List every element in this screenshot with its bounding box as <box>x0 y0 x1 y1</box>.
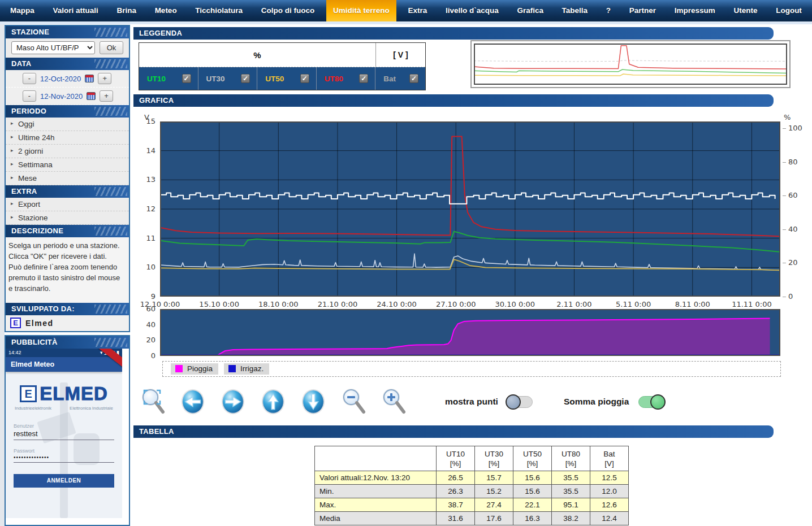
y-left-tick: 15 <box>146 117 156 125</box>
advert-panel: PUBBLICITÀ 14:42 ▾ ◢ 89 ▮ Elmed Meteo E … <box>5 335 130 526</box>
zoom-in-button[interactable] <box>380 387 407 416</box>
y-left-tick: 11 <box>146 234 156 242</box>
legend-checkbox-ut10[interactable]: ✓ <box>182 74 191 83</box>
legend-checkbox-ut30[interactable]: ✓ <box>241 74 250 83</box>
pan-down-button[interactable] <box>300 387 327 416</box>
rain-legend-label: Irrigaz. <box>240 364 264 373</box>
periodo-item-oggi[interactable]: Oggi <box>6 118 129 131</box>
nav-item--[interactable]: ? <box>599 0 617 21</box>
rain-legend-chip-pioggia[interactable]: Pioggia <box>171 363 218 375</box>
nav-item-grafica[interactable]: Grafica <box>510 0 550 21</box>
nav-item-meteo[interactable]: Meteo <box>148 0 184 21</box>
table-row-label: Min. <box>315 485 437 498</box>
x-axis-tick: 15.10 0:00 <box>199 300 239 308</box>
right-axis-unit: % <box>784 113 791 121</box>
table-cell: 27.4 <box>475 498 513 512</box>
pan-up-button[interactable] <box>260 387 287 416</box>
pan-right-button[interactable] <box>219 387 247 416</box>
table-cell: 35.5 <box>552 471 590 485</box>
overview-mini-chart[interactable] <box>470 40 791 88</box>
y-left-tick: 9 <box>151 292 156 301</box>
pan-left-button[interactable] <box>179 387 206 416</box>
nav-item-umidit-terreno[interactable]: Umidità terreno <box>326 0 396 21</box>
calendar-icon[interactable] <box>87 92 96 100</box>
date-plus-button[interactable]: + <box>100 90 113 102</box>
table-cell: 12.0 <box>590 485 629 498</box>
extra-item-stazione[interactable]: Stazione <box>6 211 129 225</box>
rain-legend-chip-irrigaz[interactable]: Irrigaz. <box>224 363 269 375</box>
date-row: -12-Nov-2020+ <box>6 88 129 105</box>
table-cell: 12.5 <box>590 471 629 485</box>
nav-item-logout[interactable]: Logout <box>769 0 809 21</box>
nav-item-utente[interactable]: Utente <box>727 0 764 21</box>
date-minus-button[interactable]: - <box>23 90 36 102</box>
legend-label-ut80: UT80 <box>325 75 343 83</box>
date-minus-button[interactable]: - <box>23 73 36 84</box>
somma-pioggia-toggle[interactable] <box>638 396 664 408</box>
periodo-item-settimana[interactable]: Settimana <box>6 158 129 172</box>
periodo-header: PERIODO <box>6 105 129 118</box>
legend-volt-unit: [ V ] <box>376 43 425 67</box>
nav-item-colpo-di-fuoco[interactable]: Colpo di fuoco <box>254 0 321 21</box>
extra-item-export[interactable]: Export <box>6 198 129 211</box>
nav-item-partner[interactable]: Partner <box>623 0 663 21</box>
zoom-out-button[interactable] <box>340 387 367 416</box>
nav-item-extra[interactable]: Extra <box>401 0 434 21</box>
table-cell: 31.6 <box>437 512 475 525</box>
mostra-punti-label: mostra punti <box>445 397 498 407</box>
main-chart-plot[interactable] <box>160 121 780 297</box>
date-value: 12-Oct-2020 <box>40 75 81 83</box>
legend-cell-ut50: UT50✓ <box>257 67 317 90</box>
x-axis-tick: 8.11 0:00 <box>675 300 710 308</box>
password-field[interactable]: •••••••••••••• <box>14 454 114 463</box>
sidebar: STAZIONE Maso Alto UT/BF/P Ok DATA -12-O… <box>5 25 130 332</box>
nav-item-livello-d-acqua[interactable]: livello d`acqua <box>439 0 506 21</box>
y-right-tickmark <box>783 263 786 263</box>
nav-item-impressum[interactable]: Impressum <box>668 0 722 21</box>
calendar-icon[interactable] <box>85 75 94 82</box>
mostra-punti-toggle[interactable] <box>507 396 533 408</box>
legend-checkbox-ut80[interactable]: ✓ <box>359 74 368 83</box>
rain-y-tick: 20 <box>146 336 156 344</box>
nav-item-valori-attuali[interactable]: Valori attuali <box>46 0 105 21</box>
chart-controls: mostra puntiSomma pioggia <box>139 382 664 421</box>
y-left-tick: 13 <box>146 175 156 184</box>
date-value: 12-Nov-2020 <box>40 92 83 101</box>
y-right-tick: 20 <box>788 258 798 267</box>
x-axis-tick: 5.11 0:00 <box>616 300 651 308</box>
zoom-area-button[interactable] <box>139 387 166 416</box>
developer-row[interactable]: E Elmed <box>6 315 129 331</box>
legend-checkbox-ut50[interactable]: ✓ <box>300 74 309 83</box>
anmelden-button[interactable]: ANMELDEN <box>14 474 114 488</box>
phone-time: 14:42 <box>8 349 21 357</box>
somma-pioggia-label: Somma pioggia <box>564 397 629 407</box>
table-header-ut30: UT30[%] <box>475 446 513 471</box>
table-row-label: Valori attuali:12.Nov. 13:20 <box>315 471 437 485</box>
nav-item-mappa[interactable]: Mappa <box>3 0 41 21</box>
nav-divider <box>0 21 812 24</box>
ok-button[interactable]: Ok <box>100 41 123 54</box>
legend-checkbox-bat[interactable]: ✓ <box>409 74 418 83</box>
table-header-ut10: UT10[%] <box>437 446 475 471</box>
periodo-item-mese[interactable]: Mese <box>6 172 129 185</box>
nav-item-tabella[interactable]: Tabella <box>555 0 595 21</box>
periodo-item-ultime-24h[interactable]: Ultime 24h <box>6 131 129 145</box>
stazione-header: STAZIONE <box>6 26 129 38</box>
legend-cell-ut80: UT80✓ <box>317 67 376 90</box>
table-header-row: UT10[%]UT30[%]UT50[%]UT80[%]Bat[V] <box>315 446 629 471</box>
legend-label-ut50: UT50 <box>265 75 284 83</box>
station-select[interactable]: Maso Alto UT/BF/P <box>11 41 95 54</box>
periodo-item-2-giorni[interactable]: 2 giorni <box>6 145 129 158</box>
nav-item-brina[interactable]: Brina <box>110 0 143 21</box>
user-field[interactable]: resttest <box>14 429 114 440</box>
y-right-tickmark <box>783 162 786 163</box>
rain-y-tick: 40 <box>146 320 156 329</box>
nav-item-ticchiolatura[interactable]: Ticchiolatura <box>188 0 249 21</box>
legend-cell-ut30: UT30✓ <box>198 67 258 90</box>
rain-chart-legend: PioggiaIrrigaz. <box>162 361 781 377</box>
date-plus-button[interactable]: + <box>98 73 111 84</box>
table-cell: 22.1 <box>513 498 552 512</box>
periodo-list: OggiUltime 24h2 giorniSettimanaMese <box>6 118 129 185</box>
rain-chart-plot[interactable] <box>160 309 780 356</box>
x-axis-tick: 24.10 0:00 <box>377 300 417 308</box>
